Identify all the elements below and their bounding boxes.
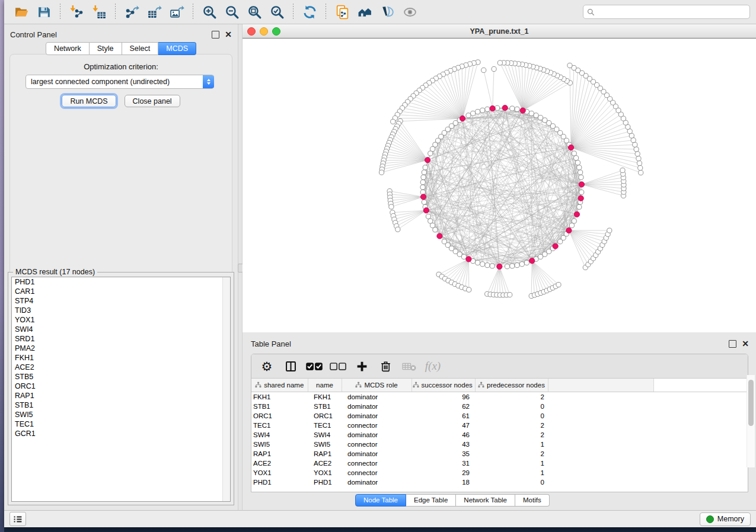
float-panel-icon[interactable] (212, 31, 219, 39)
network-node[interactable] (579, 175, 583, 180)
mcds-result-item[interactable]: PHD1 (12, 277, 230, 287)
mcds-result-item[interactable]: SWI4 (12, 325, 230, 334)
network-node[interactable] (420, 180, 425, 184)
mcds-node[interactable] (490, 105, 495, 111)
cell-successor-nodes[interactable]: 61 (412, 411, 475, 421)
search-input[interactable] (598, 7, 746, 17)
cell-shared-name[interactable]: SWI5 (251, 440, 308, 449)
mcds-node[interactable] (502, 105, 508, 110)
mcds-node[interactable] (553, 243, 558, 249)
network-node[interactable] (467, 287, 471, 292)
cell-predecessor-nodes[interactable]: 2 (475, 430, 548, 440)
network-node[interactable] (634, 147, 639, 152)
cell-shared-name[interactable]: FKH1 (251, 392, 308, 402)
select-all-checkboxes-icon[interactable] (305, 357, 323, 375)
vertical-splitter[interactable] (238, 24, 243, 510)
network-node[interactable] (538, 254, 543, 259)
network-node[interactable] (543, 118, 547, 123)
cell-successor-nodes[interactable]: 46 (412, 430, 475, 440)
mcds-result-list[interactable]: PHD1CAR1STP4TID3YOX1SWI4SRD1PMA2FKH1ACE2… (11, 277, 231, 502)
network-node[interactable] (428, 219, 433, 223)
open-file-icon[interactable] (11, 3, 31, 21)
column-header-successor-nodes[interactable]: successor nodes (412, 379, 475, 392)
cell-predecessor-nodes[interactable]: 1 (475, 440, 548, 449)
cell-successor-nodes[interactable]: 29 (412, 468, 475, 477)
network-node[interactable] (471, 111, 476, 116)
network-node[interactable] (495, 105, 499, 110)
mcds-result-item[interactable]: SRD1 (12, 334, 230, 344)
network-node[interactable] (578, 170, 583, 175)
cell-successor-nodes[interactable]: 18 (412, 477, 475, 487)
mcds-node[interactable] (520, 108, 525, 113)
cell-shared-name[interactable]: SWI4 (251, 430, 308, 440)
network-node[interactable] (481, 68, 486, 72)
cell-successor-nodes[interactable]: 47 (412, 421, 475, 430)
export-network-icon[interactable] (122, 3, 142, 21)
table-row[interactable]: FKH1FKH1dominator962 (251, 392, 748, 402)
cell-successor-nodes[interactable]: 96 (412, 392, 475, 402)
cell-name[interactable]: RAP1 (308, 449, 342, 459)
column-header-MCDS-role[interactable]: MCDS role (342, 379, 412, 392)
mcds-result-item[interactable]: PMA2 (12, 344, 230, 353)
network-node[interactable] (607, 228, 612, 233)
network-node[interactable] (638, 165, 643, 170)
network-node[interactable] (577, 165, 582, 170)
network-node[interactable] (529, 111, 534, 116)
zoom-in-icon[interactable] (199, 3, 219, 21)
export-table-icon[interactable] (144, 3, 164, 21)
network-node[interactable] (572, 219, 576, 223)
cell-shared-name[interactable]: ACE2 (251, 459, 308, 468)
table-row[interactable]: RAP1RAP1dominator352 (251, 449, 748, 459)
network-node[interactable] (508, 292, 512, 297)
cell-shared-name[interactable]: TEC1 (251, 421, 308, 430)
cell-name[interactable]: SWI4 (308, 430, 342, 440)
network-node[interactable] (490, 264, 495, 268)
cell-predecessor-nodes[interactable]: 0 (475, 477, 548, 487)
run-mcds-button[interactable]: Run MCDS (62, 95, 116, 107)
cell-name[interactable]: TEC1 (308, 421, 342, 430)
cell-predecessor-nodes[interactable]: 2 (475, 392, 548, 402)
table-tab-motifs[interactable]: Motifs (515, 494, 550, 507)
cell-predecessor-nodes[interactable]: 2 (475, 421, 548, 430)
tab-network[interactable]: Network (46, 42, 90, 55)
zoom-fit-icon[interactable] (244, 3, 264, 21)
mcds-node[interactable] (568, 145, 573, 150)
mcds-result-item[interactable]: CAR1 (12, 287, 230, 296)
network-node[interactable] (631, 137, 636, 142)
network-node[interactable] (391, 119, 395, 124)
network-node[interactable] (428, 151, 433, 156)
network-node[interactable] (430, 223, 435, 227)
network-node[interactable] (569, 223, 574, 227)
mcds-node[interactable] (437, 233, 442, 239)
cell-predecessor-nodes[interactable]: 2 (475, 449, 548, 459)
cell-name[interactable]: FKH1 (308, 392, 342, 402)
network-node[interactable] (515, 263, 519, 268)
network-node[interactable] (636, 156, 641, 161)
network-node[interactable] (635, 152, 640, 156)
table-row[interactable]: PHD1PHD1dominator180 (251, 477, 748, 487)
delete-table-disabled-icon[interactable] (400, 357, 418, 375)
cell-MCDS-role[interactable]: connector (342, 459, 412, 468)
mcds-result-item[interactable]: GCR1 (12, 429, 230, 438)
network-node[interactable] (485, 263, 490, 268)
zoom-selected-icon[interactable] (267, 3, 287, 21)
cell-name[interactable]: ORC1 (308, 411, 342, 421)
network-node[interactable] (433, 227, 438, 232)
close-table-panel-icon[interactable]: ✕ (742, 341, 749, 347)
gear-icon[interactable]: ⚙ (258, 357, 276, 375)
network-node[interactable] (577, 204, 582, 209)
mcds-list-scrollbar[interactable] (222, 277, 230, 501)
cell-predecessor-nodes[interactable]: 1 (475, 468, 548, 477)
column-header-predecessor-nodes[interactable]: predecessor nodes (475, 379, 548, 392)
table-row[interactable]: SWI5SWI5connector431 (251, 440, 748, 449)
mcds-node[interactable] (578, 196, 583, 201)
network-node[interactable] (505, 264, 509, 269)
mcds-result-item[interactable]: RAP1 (12, 391, 230, 400)
cell-name[interactable]: STB1 (308, 402, 342, 411)
cell-predecessor-nodes[interactable]: 0 (475, 411, 548, 421)
network-node[interactable] (492, 66, 496, 71)
cell-MCDS-role[interactable]: dominator (342, 477, 412, 487)
network-node[interactable] (538, 115, 543, 120)
table-tab-network-table[interactable]: Network Table (456, 494, 515, 507)
network-node[interactable] (575, 160, 580, 165)
